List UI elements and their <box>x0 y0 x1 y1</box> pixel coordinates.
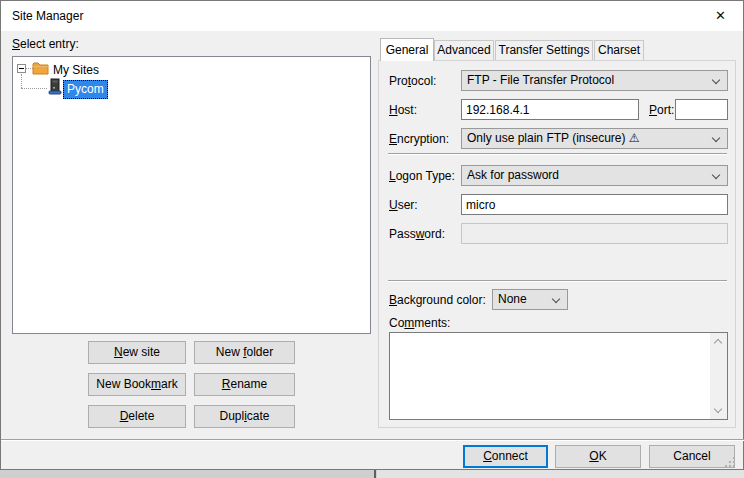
background-color-dropdown[interactable]: None <box>492 289 568 310</box>
ok-button[interactable]: OK <box>555 445 641 468</box>
host-input[interactable] <box>461 99 639 120</box>
password-label: Password: <box>389 227 445 241</box>
scrollbar-track[interactable] <box>710 333 727 419</box>
encryption-dropdown[interactable]: Only use plain FTP (insecure) ⚠ <box>461 128 728 149</box>
tab-general[interactable]: General <box>380 38 434 61</box>
protocol-label: Protocol: <box>389 74 436 88</box>
encryption-value: Only use plain FTP (insecure) ⚠ <box>467 131 640 145</box>
logon-type-dropdown[interactable]: Ask for password <box>461 165 728 186</box>
footer-separator <box>1 439 744 441</box>
window-title: Site Manager <box>12 9 83 23</box>
scroll-up-icon[interactable] <box>714 339 722 347</box>
background-color-label: Background color: <box>389 293 486 307</box>
duplicate-button[interactable]: Duplicate <box>194 405 295 428</box>
password-input <box>461 223 728 244</box>
background-window-divider <box>374 470 376 478</box>
protocol-dropdown[interactable]: FTP - File Transfer Protocol <box>461 70 728 91</box>
logon-type-label: Logon Type: <box>389 169 455 183</box>
user-label: User: <box>389 198 418 212</box>
folder-icon <box>32 61 50 76</box>
chevron-down-icon <box>552 295 560 303</box>
cancel-button[interactable]: Cancel <box>649 445 735 468</box>
tree-connector <box>21 74 22 88</box>
site-tree[interactable]: My Sites Pycom <box>12 56 371 334</box>
chevron-down-icon <box>712 76 720 84</box>
port-input[interactable] <box>675 99 728 120</box>
scroll-down-icon[interactable] <box>714 405 722 413</box>
comments-scrollbar[interactable] <box>711 333 727 419</box>
tab-charset[interactable]: Charset <box>594 40 644 60</box>
logon-type-value: Ask for password <box>467 168 559 182</box>
chevron-down-icon <box>712 171 720 179</box>
encryption-label: Encryption: <box>389 132 449 146</box>
tree-item-pycom[interactable]: Pycom <box>63 80 108 99</box>
tab-transfer-settings[interactable]: Transfer Settings <box>495 40 593 60</box>
chevron-down-icon <box>712 134 720 142</box>
resize-grip[interactable] <box>724 456 737 469</box>
connect-button[interactable]: Connect <box>463 445 548 468</box>
host-label: Host: <box>389 103 417 117</box>
rename-button[interactable]: Rename <box>194 373 295 396</box>
separator <box>388 153 727 155</box>
titlebar[interactable]: Site Manager ✕ <box>1 1 743 31</box>
tree-connector <box>21 88 47 89</box>
tab-advanced[interactable]: Advanced <box>434 40 494 60</box>
new-bookmark-button[interactable]: New Bookmark <box>88 373 186 396</box>
server-icon <box>48 78 62 96</box>
protocol-value: FTP - File Transfer Protocol <box>467 73 614 87</box>
tree-item-my-sites[interactable]: My Sites <box>53 63 99 77</box>
collapse-expander-icon[interactable] <box>17 64 26 73</box>
delete-button[interactable]: Delete <box>88 405 186 428</box>
port-label: Port: <box>649 103 674 117</box>
close-icon[interactable]: ✕ <box>698 1 743 30</box>
comments-textarea[interactable] <box>389 332 728 420</box>
new-folder-button[interactable]: New folder <box>194 341 295 364</box>
select-entry-label: Select entry: <box>12 37 79 51</box>
background-color-value: None <box>498 292 527 306</box>
comments-label: Comments: <box>389 316 450 330</box>
site-manager-dialog: Site Manager ✕ Select entry: My Sites Py… <box>0 0 744 470</box>
new-site-button[interactable]: New site <box>88 341 186 364</box>
user-input[interactable] <box>461 194 728 215</box>
background-window-strip <box>377 470 744 478</box>
separator <box>388 280 727 282</box>
